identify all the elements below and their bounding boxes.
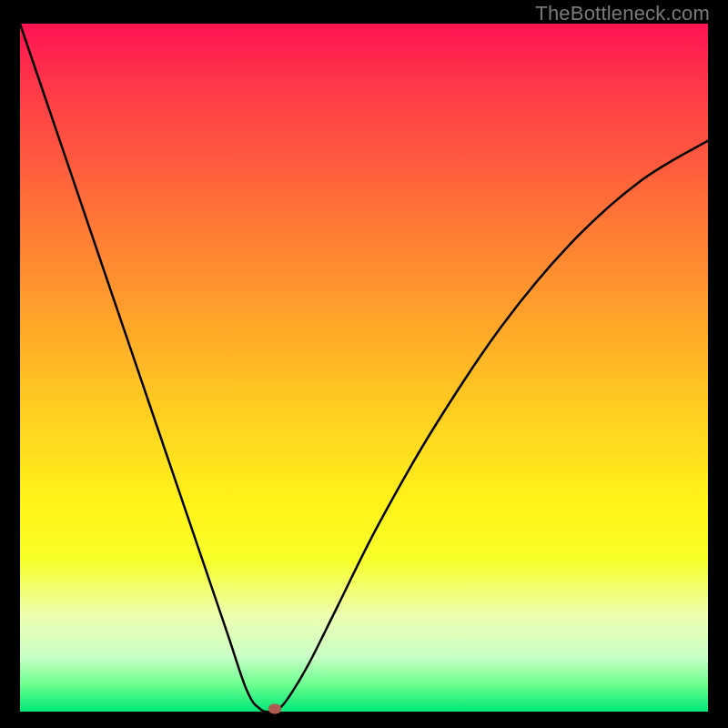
attribution-text: TheBottleneck.com	[535, 2, 710, 25]
bottleneck-marker	[268, 704, 281, 714]
chart-frame: TheBottleneck.com	[0, 0, 728, 728]
bottleneck-curve	[20, 24, 708, 712]
plot-area	[20, 24, 708, 712]
